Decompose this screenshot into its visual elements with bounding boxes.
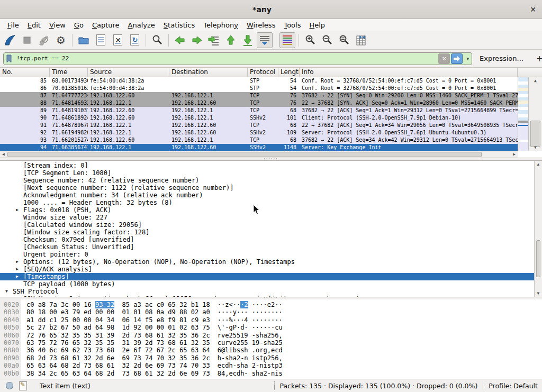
- scrollbar-thumb[interactable]: [536, 240, 540, 277]
- menu-item-telephony[interactable]: Telephony: [199, 20, 242, 30]
- scroll-up-icon[interactable]: ▲: [535, 161, 542, 168]
- detail-line[interactable]: ▶Options: (12 bytes), No-Operation (NOP)…: [0, 258, 534, 266]
- details-vertical-scrollbar[interactable]: ▲ ▼: [534, 161, 542, 297]
- packet-row[interactable]: 9471.663856741192.168.122.1192.168.122.6…: [0, 144, 518, 151]
- expander-open-icon[interactable]: ▼: [5, 288, 8, 295]
- menu-item-view[interactable]: View: [45, 20, 70, 30]
- detail-line[interactable]: [Calculated window size: 29056]: [0, 221, 534, 229]
- hex-row[interactable]: 0040a1 dd c1 25 00 00 04 34 06 14 f5 e8 …: [0, 316, 542, 324]
- close-capture-file-icon[interactable]: ✕: [110, 32, 125, 48]
- expert-info-icon[interactable]: [5, 381, 14, 390]
- go-back-icon[interactable]: [172, 32, 188, 48]
- detail-line[interactable]: ▶[Timestamps]: [0, 273, 534, 280]
- packet-row[interactable]: 8971.648191037192.168.122.60192.168.122.…: [0, 107, 518, 114]
- filter-apply-icon[interactable]: [451, 53, 463, 64]
- save-capture-file-icon[interactable]: [93, 32, 109, 48]
- expression-button[interactable]: Expression...: [472, 54, 530, 62]
- restart-capture-icon[interactable]: [36, 32, 52, 48]
- detail-line[interactable]: 1000 .... = Header Length: 32 bytes (8): [0, 199, 534, 206]
- detail-line[interactable]: Urgent pointer: 0: [0, 251, 534, 258]
- reload-capture-file-icon[interactable]: ↻: [127, 32, 142, 48]
- go-last-packet-icon[interactable]: [240, 32, 256, 48]
- detail-line[interactable]: ▶Flags: 0x018 (PSH, ACK): [0, 206, 534, 214]
- packet-row[interactable]: 9271.661949820192.168.122.1192.168.122.6…: [0, 129, 518, 136]
- hex-row[interactable]: 00b038 34 2c 65 63 64 68 2d 73 68 61 32 …: [0, 370, 542, 377]
- capture-options-icon[interactable]: ⚙: [53, 32, 69, 48]
- filter-clear-icon[interactable]: ✕: [438, 53, 450, 64]
- packet-row[interactable]: 8670.013850163fe:54:00:d4:38:2aSTP54Conf…: [0, 85, 518, 92]
- menu-item-capture[interactable]: Capture: [88, 20, 124, 30]
- auto-scroll-toggle-icon[interactable]: [257, 32, 273, 48]
- hex-row[interactable]: 006072 76 65 32 35 35 31 39 2d 73 68 61 …: [0, 332, 542, 339]
- filter-history-caret-icon[interactable]: ▾: [464, 56, 472, 61]
- packet-list-horizontal-scrollbar[interactable]: ◀ ▶: [0, 151, 518, 158]
- column-header-protocol[interactable]: Protocol: [248, 68, 278, 77]
- column-header-source[interactable]: Source: [88, 68, 169, 77]
- detail-line[interactable]: ▶SSH Version 2 (encryption:chacha20-poly…: [0, 295, 534, 297]
- expander-closed-icon[interactable]: ▶: [16, 206, 19, 214]
- scroll-down-icon[interactable]: ▼: [535, 290, 542, 297]
- detail-line[interactable]: [TCP Segment Len: 1080]: [0, 169, 534, 177]
- menu-item-wireless[interactable]: Wireless: [242, 20, 279, 30]
- hex-row[interactable]: 009068 2d 73 68 61 32 2d 6e 69 73 74 70 …: [0, 354, 542, 362]
- intelligent-scrollbar-minimap[interactable]: [518, 77, 528, 151]
- hex-row[interactable]: 003080 18 00 e3 79 ed 00 00 01 01 08 0a …: [0, 308, 542, 316]
- go-first-packet-icon[interactable]: [223, 32, 239, 48]
- detail-line[interactable]: Checksum: 0x79ed [unverified]: [0, 236, 534, 243]
- packet-row[interactable]: 8871.648146932192.168.122.1192.168.122.6…: [0, 99, 518, 107]
- hex-row[interactable]: 007063 75 72 76 65 32 35 35 31 39 2d 73 …: [0, 339, 542, 347]
- scroll-left-icon[interactable]: ◀: [0, 151, 7, 158]
- column-header-no[interactable]: No.: [0, 68, 50, 77]
- packet-row[interactable]: 8771.647777234192.168.122.60192.168.122.…: [0, 92, 518, 99]
- detail-line[interactable]: ▶[SEQ/ACK analysis]: [0, 266, 534, 273]
- scroll-down-icon[interactable]: ▼: [529, 144, 542, 151]
- column-header-time[interactable]: Time: [50, 68, 88, 77]
- column-header-destination[interactable]: Destination: [169, 68, 248, 77]
- hex-row[interactable]: 0020c0 a8 7a 3c 00 16 93 32 85 a3 ac c0 …: [0, 301, 542, 308]
- start-capture-icon[interactable]: [2, 32, 18, 48]
- expander-closed-icon[interactable]: ▶: [16, 273, 19, 280]
- scroll-up-icon[interactable]: ▲: [529, 77, 542, 84]
- scrollbar-thumb[interactable]: [7, 152, 482, 157]
- go-to-packet-icon[interactable]: [206, 32, 222, 48]
- expander-closed-icon[interactable]: ▶: [16, 295, 19, 297]
- menu-item-help[interactable]: Help: [305, 20, 329, 30]
- resize-columns-icon[interactable]: [353, 32, 369, 48]
- packet-list-vertical-scrollbar[interactable]: ▲ ▼: [528, 77, 542, 151]
- capture-comment-icon[interactable]: [19, 381, 27, 390]
- scrollbar-thumb[interactable]: [530, 121, 540, 147]
- close-icon[interactable]: ✕: [524, 5, 542, 14]
- packet-row[interactable]: 8568.001734936fe:54:00:d4:38:2aSTP54Conf…: [0, 77, 518, 85]
- menu-item-analyze[interactable]: Analyze: [124, 20, 159, 30]
- scroll-right-icon[interactable]: ▶: [511, 151, 518, 158]
- display-filter-input[interactable]: [14, 53, 438, 65]
- stop-capture-icon[interactable]: [19, 32, 35, 48]
- menu-item-file[interactable]: File: [3, 20, 23, 30]
- detail-line[interactable]: [Window size scaling factor: 128]: [0, 229, 534, 236]
- filter-bookmark-icon[interactable]: [4, 54, 14, 63]
- menu-item-edit[interactable]: Edit: [23, 20, 45, 30]
- zoom-out-icon[interactable]: [319, 32, 335, 48]
- detail-line[interactable]: Window size value: 227: [0, 214, 534, 221]
- find-packet-icon[interactable]: [149, 32, 165, 48]
- hex-row[interactable]: 00a065 63 64 68 2d 73 68 61 32 2d 6e 69 …: [0, 362, 542, 369]
- go-forward-icon[interactable]: [189, 32, 205, 48]
- zoom-in-icon[interactable]: [302, 32, 318, 48]
- packet-row[interactable]: 9171.648789678192.168.122.1192.168.122.6…: [0, 122, 518, 129]
- column-header-length[interactable]: Length: [278, 68, 300, 77]
- hex-row[interactable]: 00505c 27 b2 67 50 ad 64 98 1d 92 00 00 …: [0, 324, 542, 331]
- detail-line[interactable]: [Next sequence number: 1122 (relative se…: [0, 184, 534, 192]
- menu-item-tools[interactable]: Tools: [279, 20, 305, 30]
- detail-line[interactable]: Acknowledgment number: 34 (relative ack …: [0, 192, 534, 199]
- zoom-original-icon[interactable]: [336, 32, 352, 48]
- detail-line[interactable]: [Checksum Status: Unverified]: [0, 243, 534, 251]
- menu-item-statistics[interactable]: Statistics: [159, 20, 199, 30]
- column-header-info[interactable]: Info: [300, 68, 518, 77]
- packet-row[interactable]: 9071.648618924192.168.122.60192.168.122.…: [0, 114, 518, 122]
- detail-line[interactable]: TCP payload (1080 bytes): [0, 280, 534, 288]
- menu-item-go[interactable]: Go: [70, 20, 88, 30]
- expander-closed-icon[interactable]: ▶: [16, 266, 19, 273]
- open-capture-file-icon[interactable]: [76, 32, 92, 48]
- detail-line[interactable]: ▼SSH Protocol: [0, 288, 534, 295]
- packet-row[interactable]: 9371.662015274192.168.122.60192.168.122.…: [0, 136, 518, 144]
